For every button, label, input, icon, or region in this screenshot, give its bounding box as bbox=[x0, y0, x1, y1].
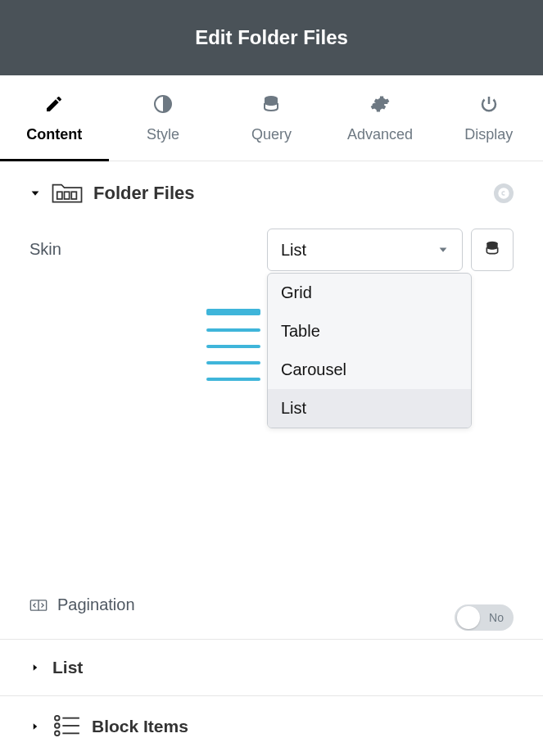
svg-point-8 bbox=[55, 716, 60, 721]
pagination-toggle[interactable]: No bbox=[455, 604, 514, 631]
panel-title: Edit Folder Files bbox=[195, 26, 348, 49]
caret-down-icon bbox=[437, 241, 449, 260]
gear-icon bbox=[369, 93, 391, 115]
svg-point-10 bbox=[55, 723, 60, 728]
skin-option-carousel[interactable]: Carousel bbox=[268, 351, 471, 389]
pencil-icon bbox=[43, 93, 65, 115]
power-icon bbox=[478, 93, 500, 115]
preview-line bbox=[206, 309, 260, 315]
panel-header: Edit Folder Files bbox=[0, 0, 543, 75]
tab-label: Style bbox=[147, 126, 179, 143]
contrast-icon bbox=[152, 93, 174, 115]
tab-display[interactable]: Display bbox=[434, 75, 543, 161]
skin-control: Skin List Grid Table Carousel bbox=[0, 225, 543, 428]
tab-query[interactable]: Query bbox=[217, 75, 326, 161]
skin-select-wrapper: List bbox=[267, 229, 514, 271]
list-preview bbox=[206, 309, 260, 394]
toggle-knob bbox=[457, 606, 480, 629]
preview-line bbox=[206, 378, 260, 381]
tab-label: Content bbox=[26, 126, 82, 143]
skin-option-grid[interactable]: Grid bbox=[268, 274, 471, 312]
chevron-right-icon bbox=[29, 721, 41, 732]
dynamic-data-button[interactable] bbox=[471, 229, 514, 271]
pagination-row: Pagination No bbox=[0, 595, 543, 640]
dynamic-indicator-icon[interactable] bbox=[494, 183, 514, 203]
section-title: Folder Files bbox=[93, 183, 194, 204]
database-small-icon bbox=[484, 240, 500, 260]
svg-rect-3 bbox=[65, 192, 70, 199]
skin-select[interactable]: List bbox=[267, 229, 463, 271]
block-items-icon bbox=[52, 714, 80, 739]
database-icon bbox=[260, 93, 282, 115]
pagination-icon bbox=[29, 599, 48, 612]
accordion-block-items[interactable]: Block Items bbox=[0, 696, 543, 756]
svg-point-12 bbox=[55, 731, 60, 736]
preview-line bbox=[206, 328, 260, 332]
pagination-label: Pagination bbox=[57, 595, 135, 614]
accordion-list[interactable]: List bbox=[0, 640, 543, 696]
section-folder-files[interactable]: Folder Files bbox=[0, 161, 543, 225]
svg-rect-4 bbox=[71, 192, 76, 199]
tab-style[interactable]: Style bbox=[109, 75, 218, 161]
tab-advanced[interactable]: Advanced bbox=[326, 75, 435, 161]
preview-line bbox=[206, 361, 260, 364]
skin-dropdown: Grid Table Carousel List bbox=[267, 273, 472, 428]
accordion-title: List bbox=[52, 658, 83, 677]
skin-label: Skin bbox=[29, 229, 267, 259]
skin-option-table[interactable]: Table bbox=[268, 312, 471, 351]
tab-label: Query bbox=[251, 126, 292, 143]
toggle-state-text: No bbox=[489, 611, 504, 624]
content-panel: Folder Files Skin List bbox=[0, 161, 543, 756]
skin-selected-value: List bbox=[281, 241, 306, 260]
skin-option-list[interactable]: List bbox=[268, 389, 471, 428]
chevron-down-icon bbox=[29, 188, 41, 199]
tabs-bar: Content Style Query Advanced Display bbox=[0, 75, 543, 161]
accordion-title: Block Items bbox=[92, 717, 188, 736]
skin-field: List Grid Table Carousel List bbox=[267, 229, 514, 428]
chevron-right-icon bbox=[29, 662, 41, 673]
preview-line bbox=[206, 345, 260, 348]
svg-rect-2 bbox=[57, 192, 62, 199]
folder-files-icon bbox=[51, 181, 84, 206]
tab-label: Advanced bbox=[347, 126, 413, 143]
tab-label: Display bbox=[464, 126, 513, 143]
tab-content[interactable]: Content bbox=[0, 75, 109, 161]
